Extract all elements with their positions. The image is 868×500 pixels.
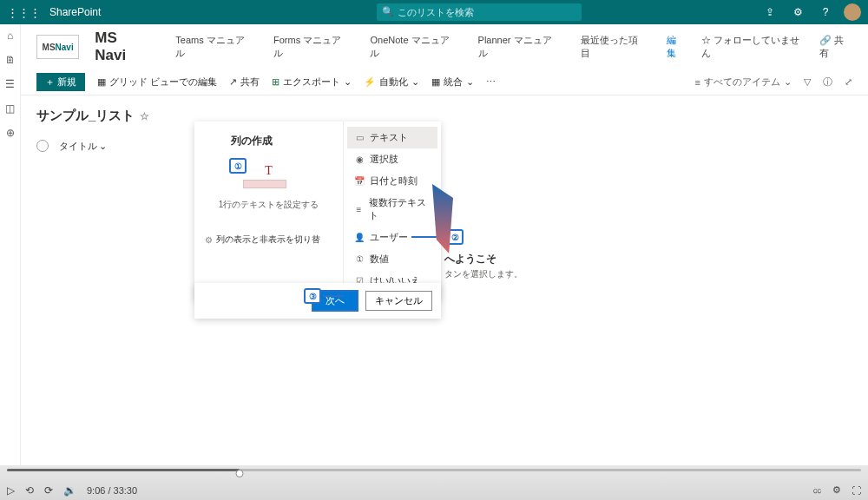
title-column[interactable]: タイトル ⌄ <box>59 140 107 153</box>
share-label: 共有 <box>819 35 844 58</box>
settings-icon[interactable]: ⚙ <box>788 6 807 18</box>
list-title: サンプル_リスト ☆ <box>36 108 852 124</box>
list-title-text: サンプル_リスト <box>36 108 135 124</box>
type-number[interactable]: ①数値 <box>347 248 437 270</box>
site-header: MSNavi MS Navi Teams マニュアル Forms マニュアル O… <box>21 24 868 69</box>
type-label: 選択肢 <box>370 153 398 166</box>
home-icon[interactable]: ⌂ <box>7 30 13 42</box>
site-logo[interactable]: MSNavi <box>36 35 79 59</box>
cc-icon[interactable]: ㏄ <box>812 484 822 497</box>
type-label: 数値 <box>370 253 389 266</box>
column-type-list: ▭テキスト ◉選択肢 📅日付と時刻 ≡複数行テキスト 👤ユーザー ①数値 ☑はい… <box>344 122 441 300</box>
search-box: 🔍 <box>377 3 582 21</box>
search-icon: 🔍 <box>382 6 394 17</box>
type-label: 複数行テキスト <box>369 196 431 222</box>
search-input[interactable] <box>377 3 582 21</box>
doc-icon[interactable]: 🗎 <box>5 54 16 66</box>
type-datetime[interactable]: 📅日付と時刻 <box>347 170 437 192</box>
arrow-3 <box>323 295 344 297</box>
video-progress <box>7 469 240 471</box>
video-handle[interactable] <box>235 470 243 477</box>
automate-button[interactable]: ⚡ 自動化 ⌄ <box>364 76 419 89</box>
filter-icon[interactable]: ▽ <box>804 76 811 88</box>
nav-link[interactable]: 最近使った項目 <box>581 34 646 60</box>
view-selector[interactable]: ≡ すべてのアイテム ⌄ <box>695 76 792 89</box>
automate-label: 自動化 <box>379 76 408 89</box>
nav-link[interactable]: OneNote マニュアル <box>370 34 457 60</box>
waffle-icon[interactable]: ⋮⋮⋮ <box>7 6 41 19</box>
content-area: サンプル_リスト ☆ タイトル ⌄ ＋ 列の追加 ↖ <box>21 95 868 465</box>
logo-right: Navi <box>56 43 74 52</box>
favorite-icon[interactable]: ☆ <box>140 110 149 122</box>
top-nav: Teams マニュアル Forms マニュアル OneNote マニュアル Pl… <box>175 34 685 60</box>
recycle-icon[interactable]: ⊕ <box>6 127 15 139</box>
type-label: ユーザー <box>370 231 408 244</box>
type-choice[interactable]: ◉選択肢 <box>347 148 437 170</box>
calendar-icon: 📅 <box>354 176 365 186</box>
text-icon: ▭ <box>354 133 365 142</box>
toggle-label: 列の表示と非表示を切り替 <box>216 234 320 246</box>
select-all[interactable] <box>36 140 49 152</box>
rail-nav: ⌂ 🗎 ☰ ◫ ⊕ <box>0 24 21 465</box>
popup-heading: 列の作成 <box>231 134 332 148</box>
command-bar: ＋ 新規 ▦ グリッド ビューでの編集 ↗ 共有 ⊞ エクスポート ⌄ ⚡ 自動… <box>21 69 868 95</box>
welcome-panel: へようこそ タンを選択します。 <box>444 174 523 280</box>
logo-left: MS <box>43 43 56 52</box>
annotation-tag-3: ③ <box>304 288 321 304</box>
share-cmd[interactable]: ↗ 共有 <box>229 76 260 89</box>
popup-preview-pane: 列の作成 T 1行のテキストを設定する ⚙列の表示と非表示を切り替 <box>194 122 344 300</box>
page-icon[interactable]: ◫ <box>5 102 15 115</box>
volume-icon[interactable]: 🔉 <box>63 484 76 497</box>
video-player-bar: ▷ ⟲ ⟳ 🔉 9:06 / 33:30 ㏄ ⚙ ⛶ <box>0 465 868 500</box>
follow-button[interactable]: ☆ フォローしていません <box>701 34 807 60</box>
type-label: テキスト <box>370 131 408 144</box>
nav-link[interactable]: Planner マニュアル <box>478 34 560 60</box>
integrate-label: 統合 <box>444 76 463 89</box>
illustration-caption: 1行のテキストを設定する <box>205 199 332 211</box>
grid-label: グリッド ビューでの編集 <box>109 76 217 89</box>
share-cmd-label: 共有 <box>240 76 260 89</box>
export-button[interactable]: ⊞ エクスポート ⌄ <box>272 76 352 89</box>
app-name: SharePoint <box>49 6 101 18</box>
integrate-button[interactable]: ▦ 統合 ⌄ <box>431 76 474 89</box>
cancel-button[interactable]: キャンセル <box>365 291 432 311</box>
type-text[interactable]: ▭テキスト <box>347 127 437 148</box>
toggle-columns-link[interactable]: ⚙列の表示と非表示を切り替 <box>205 234 332 246</box>
multiline-icon: ≡ <box>354 205 364 214</box>
player-settings-icon[interactable]: ⚙ <box>832 484 841 496</box>
send-icon[interactable]: ⇪ <box>760 6 779 18</box>
avatar[interactable] <box>844 3 861 21</box>
skip-back-icon[interactable]: ⟲ <box>25 484 34 497</box>
site-title[interactable]: MS Navi <box>95 30 151 64</box>
new-button[interactable]: ＋ 新規 <box>36 73 85 91</box>
skip-fwd-icon[interactable]: ⟳ <box>44 484 53 497</box>
view-label: すべてのアイテム <box>704 76 780 89</box>
number-icon: ① <box>354 254 365 264</box>
nav-link[interactable]: Teams マニュアル <box>175 34 253 60</box>
type-multiline[interactable]: ≡複数行テキスト <box>347 192 437 227</box>
overflow-button[interactable]: ⋯ <box>486 76 496 88</box>
user-icon: 👤 <box>354 233 365 242</box>
list-icon[interactable]: ☰ <box>5 78 15 90</box>
column-header-row: タイトル ⌄ ＋ 列の追加 ↖ <box>36 136 852 155</box>
help-icon[interactable]: ? <box>816 6 835 18</box>
choice-icon: ◉ <box>354 155 365 164</box>
expand-icon[interactable]: ⤢ <box>845 76 852 88</box>
nav-edit[interactable]: 編集 <box>667 34 686 60</box>
annotation-tag-1: ① <box>229 158 247 174</box>
welcome-heading: へようこそ <box>444 252 523 266</box>
fullscreen-icon[interactable]: ⛶ <box>852 485 861 496</box>
type-label: 日付と時刻 <box>370 174 418 188</box>
suite-bar: ⋮⋮⋮ SharePoint 🔍 ⇪ ⚙ ? <box>0 0 868 24</box>
create-column-popup: 列の作成 T 1行のテキストを設定する ⚙列の表示と非表示を切り替 ▭テキスト … <box>194 122 441 300</box>
video-time: 9:06 / 33:30 <box>87 485 137 496</box>
nav-link[interactable]: Forms マニュアル <box>273 34 349 60</box>
column-illustration: T <box>243 164 295 188</box>
play-icon[interactable]: ▷ <box>7 484 15 497</box>
grid-view-button[interactable]: ▦ グリッド ビューでの編集 <box>97 76 217 89</box>
title-col-label: タイトル <box>59 140 97 153</box>
welcome-text: タンを選択します。 <box>444 268 523 280</box>
share-button[interactable]: 🔗 共有 <box>819 34 852 60</box>
video-track[interactable] <box>7 469 861 471</box>
info-icon[interactable]: ⓘ <box>823 76 832 89</box>
